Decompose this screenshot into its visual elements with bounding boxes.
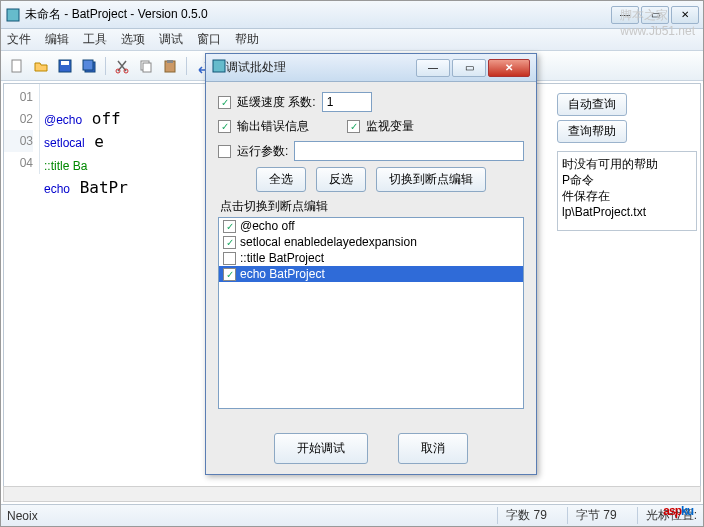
menubar: 文件 编辑 工具 选项 调试 窗口 帮助 (1, 29, 703, 51)
window-title: 未命名 - BatProject - Version 0.5.0 (25, 6, 208, 23)
menu-edit[interactable]: 编辑 (45, 31, 69, 48)
cancel-button[interactable]: 取消 (398, 433, 468, 464)
svg-rect-5 (83, 60, 93, 70)
status-user: Neoix (7, 509, 38, 523)
copy-icon[interactable] (136, 56, 156, 76)
output-err-label: 输出错误信息 (237, 118, 309, 135)
dialog-title: 调试批处理 (226, 59, 414, 76)
status-bytes: 字节 79 (567, 507, 617, 524)
line-gutter: 01 02 03 04 (4, 84, 40, 174)
run-args-checkbox[interactable] (218, 145, 231, 158)
help-panel: 自动查询 查询帮助 时没有可用的帮助 P命令 件保存在 lp\BatProjec… (557, 93, 697, 231)
list-item[interactable]: ✓@echo off (219, 218, 523, 234)
save-icon[interactable] (55, 56, 75, 76)
dialog-titlebar[interactable]: 调试批处理 — ▭ ✕ (206, 54, 536, 82)
code-area[interactable]: @echo off setlocal e ::title Ba echo Bat… (44, 86, 128, 200)
watch-var-label: 监视变量 (366, 118, 414, 135)
svg-rect-9 (143, 63, 151, 72)
app-icon (5, 7, 21, 23)
dialog-icon (212, 59, 226, 76)
new-icon[interactable] (7, 56, 27, 76)
menu-tools[interactable]: 工具 (83, 31, 107, 48)
list-item[interactable]: ::title BatProject (219, 250, 523, 266)
list-item[interactable]: ✓echo BatProject (219, 266, 523, 282)
svg-rect-0 (7, 9, 19, 21)
save-all-icon[interactable] (79, 56, 99, 76)
watch-var-checkbox[interactable]: ✓ (347, 120, 360, 133)
item-checkbox[interactable]: ✓ (223, 236, 236, 249)
svg-rect-12 (213, 60, 225, 72)
auto-query-button[interactable]: 自动查询 (557, 93, 627, 116)
dialog-close-button[interactable]: ✕ (488, 59, 530, 77)
status-chars: 字数 79 (497, 507, 547, 524)
main-titlebar: 未命名 - BatProject - Version 0.5.0 脚本之家www… (1, 1, 703, 29)
open-icon[interactable] (31, 56, 51, 76)
statusbar: Neoix 字数 79 字节 79 光标位置: (1, 504, 703, 526)
start-debug-button[interactable]: 开始调试 (274, 433, 368, 464)
list-item[interactable]: ✓setlocal enabledelayedexpansion (219, 234, 523, 250)
svg-rect-1 (12, 60, 21, 72)
menu-help[interactable]: 帮助 (235, 31, 259, 48)
dialog-maximize-button[interactable]: ▭ (452, 59, 486, 77)
item-checkbox[interactable] (223, 252, 236, 265)
speed-input[interactable] (322, 92, 372, 112)
paste-icon[interactable] (160, 56, 180, 76)
help-button[interactable]: 查询帮助 (557, 120, 627, 143)
speed-label: 延缓速度 系数: (237, 94, 316, 111)
menu-window[interactable]: 窗口 (197, 31, 221, 48)
breakpoint-list[interactable]: ✓@echo off ✓setlocal enabledelayedexpans… (218, 217, 524, 409)
menu-options[interactable]: 选项 (121, 31, 145, 48)
run-args-input[interactable] (294, 141, 524, 161)
cut-icon[interactable] (112, 56, 132, 76)
select-all-button[interactable]: 全选 (256, 167, 306, 192)
brand-watermark: aspku (663, 491, 693, 522)
speed-checkbox[interactable]: ✓ (218, 96, 231, 109)
horizontal-scrollbar[interactable] (3, 486, 701, 502)
item-checkbox[interactable]: ✓ (223, 268, 236, 281)
run-args-label: 运行参数: (237, 143, 288, 160)
item-checkbox[interactable]: ✓ (223, 220, 236, 233)
invert-button[interactable]: 反选 (316, 167, 366, 192)
svg-rect-11 (167, 60, 173, 63)
switch-bp-button[interactable]: 切换到断点编辑 (376, 167, 486, 192)
watermark: 脚本之家www.Jb51.net (620, 7, 695, 38)
svg-rect-3 (61, 61, 69, 65)
menu-file[interactable]: 文件 (7, 31, 31, 48)
debug-dialog: 调试批处理 — ▭ ✕ ✓ 延缓速度 系数: ✓ 输出错误信息 ✓ 监视变量 运… (205, 53, 537, 475)
output-err-checkbox[interactable]: ✓ (218, 120, 231, 133)
dialog-minimize-button[interactable]: — (416, 59, 450, 77)
list-label: 点击切换到断点编辑 (220, 198, 524, 215)
help-text: 时没有可用的帮助 P命令 件保存在 lp\BatProject.txt (557, 151, 697, 231)
menu-debug[interactable]: 调试 (159, 31, 183, 48)
